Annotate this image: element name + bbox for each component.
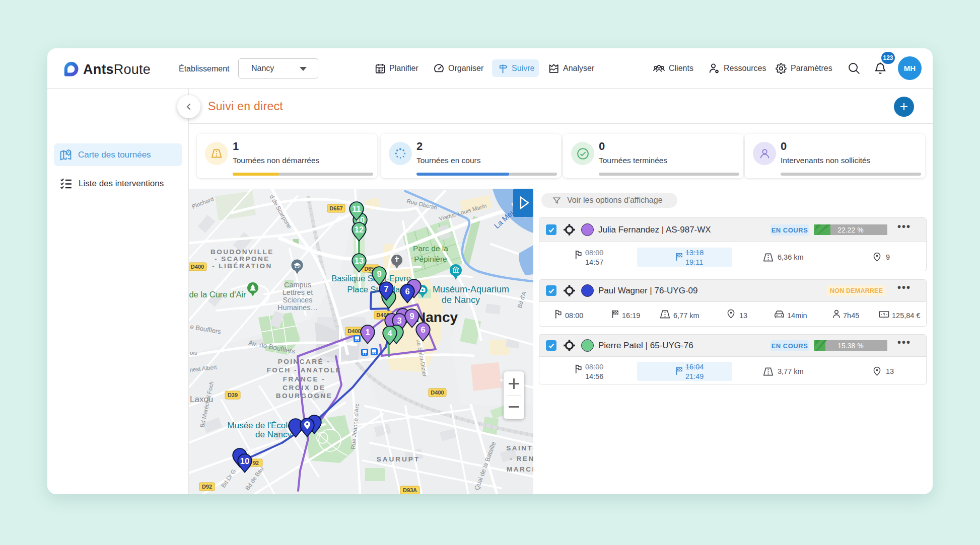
- svg-text:D657: D657: [329, 205, 342, 211]
- svg-text:POINCARÉ -: POINCARÉ -: [278, 358, 331, 365]
- svg-text:7: 7: [384, 284, 388, 293]
- svg-text:9: 9: [377, 269, 381, 278]
- svg-text:Sciences: Sciences: [283, 296, 313, 304]
- svg-text:1: 1: [365, 328, 370, 337]
- svg-text:D400: D400: [347, 328, 361, 334]
- svg-text:BOURGOGNE: BOURGOGNE: [276, 392, 333, 400]
- svg-text:- REN: - REN: [510, 455, 533, 462]
- svg-text:10: 10: [240, 456, 249, 465]
- svg-text:D400: D400: [431, 390, 444, 396]
- svg-text:6: 6: [405, 287, 409, 296]
- svg-text:Place Stanislas: Place Stanislas: [347, 285, 404, 294]
- svg-text:3: 3: [397, 316, 401, 325]
- svg-text:4: 4: [387, 329, 392, 338]
- svg-text:CROIX DE: CROIX DE: [283, 384, 325, 392]
- svg-text:- LIBÉRATION: - LIBÉRATION: [212, 262, 272, 270]
- svg-text:FOCH - ANATOLE: FOCH - ANATOLE: [267, 366, 342, 374]
- svg-text:de Nancy: de Nancy: [255, 430, 292, 439]
- svg-text:D400: D400: [191, 264, 204, 270]
- svg-text:Parc de la: Parc de la: [413, 244, 448, 253]
- svg-text:9: 9: [409, 312, 414, 321]
- svg-text:Humaines…: Humaines…: [277, 303, 318, 312]
- svg-text:SAINT-: SAINT-: [506, 444, 533, 452]
- svg-text:Musée de l'École: Musée de l'École: [228, 421, 293, 430]
- svg-text:de Nancy: de Nancy: [442, 295, 480, 305]
- svg-text:92: 92: [253, 460, 259, 466]
- svg-text:Basilique Saint-Epvre: Basilique Saint-Epvre: [331, 274, 411, 283]
- svg-text:FRANCE -: FRANCE -: [283, 375, 326, 383]
- svg-text:D92: D92: [202, 484, 212, 490]
- svg-text:13: 13: [355, 256, 364, 265]
- svg-text:ois: ois: [190, 350, 197, 356]
- svg-text:BOUDONVILLE: BOUDONVILLE: [211, 248, 274, 256]
- svg-text:- SCARPONE: - SCARPONE: [215, 255, 270, 263]
- svg-text:Campus: Campus: [284, 281, 311, 289]
- svg-text:Pépinière: Pépinière: [414, 255, 447, 263]
- svg-text:Muséum-Aquarium: Muséum-Aquarium: [433, 284, 509, 294]
- svg-text:D39: D39: [228, 392, 238, 398]
- svg-text:D93A: D93A: [403, 487, 417, 493]
- svg-text:Lettres et: Lettres et: [283, 288, 313, 296]
- svg-text:de la Cure d'Air: de la Cure d'Air: [189, 290, 246, 299]
- svg-text:11: 11: [352, 204, 361, 213]
- svg-text:SAURUPT: SAURUPT: [377, 455, 420, 463]
- svg-text:6: 6: [421, 325, 425, 334]
- svg-text:12: 12: [355, 225, 364, 234]
- svg-text:MARCE: MARCE: [507, 465, 533, 473]
